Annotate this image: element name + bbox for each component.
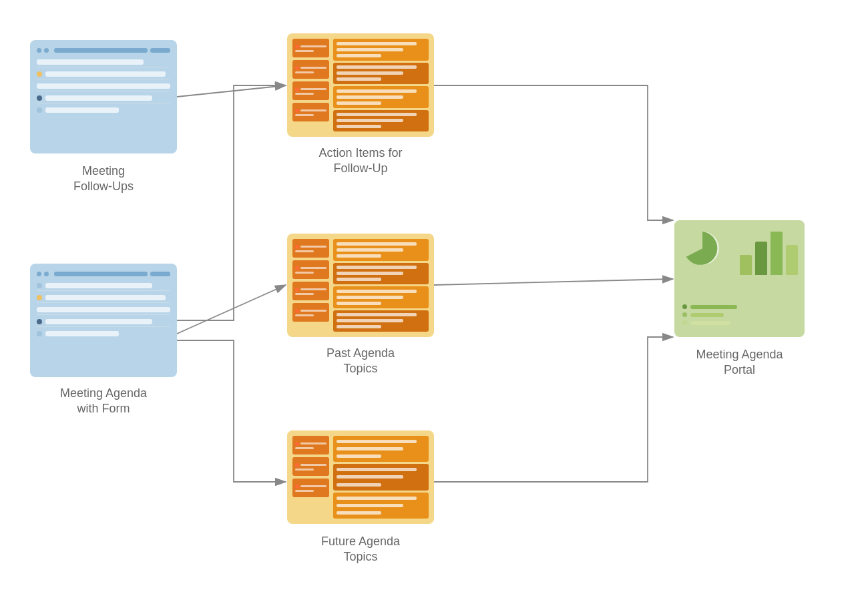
ol1 <box>337 440 417 443</box>
db-block1 <box>292 39 329 57</box>
dot1 <box>37 272 41 276</box>
right-label: Meeting Agenda Portal <box>674 347 805 378</box>
ol11 <box>337 319 403 322</box>
row1 <box>37 57 170 67</box>
db-line2 <box>295 447 314 449</box>
ol5 <box>337 71 403 75</box>
top-line <box>54 272 148 276</box>
bar1 <box>740 255 752 275</box>
g-dot1 <box>682 304 687 309</box>
ol2 <box>337 447 403 450</box>
dot2 <box>44 48 49 53</box>
ol10 <box>337 113 417 116</box>
db-line <box>300 442 327 444</box>
ol1 <box>337 42 417 45</box>
ol11 <box>337 119 403 122</box>
mid-card-left-3 <box>292 436 329 519</box>
db-dot <box>295 245 299 249</box>
green-lines <box>682 304 737 325</box>
source1-label: Meeting Follow-Ups <box>30 164 177 195</box>
ol12 <box>337 325 381 328</box>
green-row1 <box>682 304 737 309</box>
ol5 <box>337 475 403 479</box>
ol7 <box>337 89 417 93</box>
mid-card-right-1 <box>333 39 429 131</box>
db-block2 <box>292 60 329 79</box>
db-dot4 <box>295 109 299 113</box>
dot <box>37 283 42 288</box>
mid-right-block2 <box>333 464 429 490</box>
navy-dot <box>37 319 42 324</box>
svg-line-3 <box>434 279 673 285</box>
ol9 <box>337 101 381 105</box>
db-dot2 <box>295 266 299 270</box>
ol3 <box>337 454 381 458</box>
ol8 <box>337 504 403 507</box>
db-dot3 <box>295 288 299 292</box>
bar4 <box>786 245 798 275</box>
mid-right-block3 <box>333 86 429 108</box>
ol12 <box>337 125 381 128</box>
db-line2 <box>295 50 314 52</box>
g-line1 <box>690 305 737 309</box>
card-top-bar-1 <box>37 48 170 53</box>
dot1 <box>37 48 41 53</box>
mid-card-2 <box>287 234 434 337</box>
ol5 <box>337 272 403 275</box>
mid-card-1 <box>287 33 434 137</box>
db-dot2 <box>295 66 299 70</box>
mid-right-block2 <box>333 63 429 85</box>
ol10 <box>337 313 417 316</box>
mid-card-right-3 <box>333 436 429 519</box>
db-line5 <box>300 88 327 90</box>
db-line8 <box>295 114 314 116</box>
db-block4 <box>292 103 329 121</box>
dot2 <box>44 272 49 276</box>
line3 <box>37 83 170 89</box>
mid-card-left-1 <box>292 39 329 131</box>
ol7 <box>337 497 417 500</box>
ol9 <box>337 302 381 305</box>
db-dot3 <box>295 485 299 489</box>
row4 <box>37 93 170 103</box>
line3 <box>37 307 170 312</box>
green-row3 <box>682 320 737 325</box>
bar-chart <box>740 228 798 275</box>
db-dot4 <box>295 309 299 313</box>
mid-card-3 <box>287 430 434 524</box>
db-line5 <box>300 288 327 290</box>
top-line2 <box>150 48 170 53</box>
row5 <box>37 105 170 115</box>
source2-label: Meeting Agenda with Form <box>30 386 177 417</box>
ol6 <box>337 77 381 81</box>
mid-right-block1 <box>333 39 429 61</box>
mid-right-block1 <box>333 239 429 261</box>
row2 <box>37 293 170 303</box>
db-block1 <box>292 239 329 258</box>
db-line <box>300 45 327 47</box>
navy-dot <box>37 95 42 101</box>
line2 <box>45 295 166 300</box>
db-dot <box>295 442 299 446</box>
db-line6 <box>295 93 314 95</box>
top-line2 <box>150 272 170 276</box>
ol3 <box>337 254 381 258</box>
ol7 <box>337 290 417 293</box>
ol2 <box>337 48 403 51</box>
db-line3 <box>300 67 327 69</box>
db-line4 <box>295 469 314 471</box>
line4 <box>45 95 152 101</box>
line2 <box>45 71 166 77</box>
db-block3 <box>292 282 329 300</box>
ltblue-dot <box>37 107 42 113</box>
pie-chart-svg <box>682 228 722 268</box>
mid-right-block4 <box>333 310 429 332</box>
line4 <box>45 319 152 324</box>
ol4 <box>337 65 417 69</box>
source-card-2 <box>30 264 177 377</box>
row3 <box>37 305 170 315</box>
yellow-dot <box>37 71 42 77</box>
db-line <box>300 246 327 248</box>
svg-line-2 <box>177 285 286 334</box>
top-line <box>54 48 148 53</box>
